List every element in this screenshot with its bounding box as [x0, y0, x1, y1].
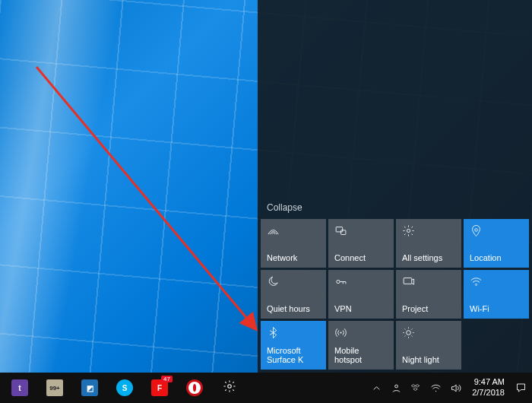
taskbar-app-twitch[interactable]: t	[3, 373, 36, 403]
tray-dropbox-icon[interactable]	[407, 373, 425, 403]
quick-action-tiles: Network Connect All settings Location	[261, 219, 529, 370]
tray-wifi-icon[interactable]	[426, 373, 445, 403]
clock-time: 9:47 AM	[472, 377, 505, 388]
taskbar: t 99+ ◩ S F 47 9:47 AM	[0, 373, 532, 403]
system-tray: 9:47 AM 2/7/2018	[367, 373, 529, 403]
svg-point-9	[407, 330, 411, 335]
tile-mobile-hotspot[interactable]: Mobile hotspot	[328, 321, 394, 370]
taskbar-app-settings[interactable]	[213, 373, 246, 403]
tile-all-settings[interactable]: All settings	[396, 219, 461, 268]
tile-quiet-hours[interactable]: Quiet hours	[261, 270, 326, 319]
tile-label: Night light	[402, 355, 455, 365]
tile-bluetooth[interactable]: Microsoft Surface K	[261, 321, 326, 370]
photos-icon: ◩	[81, 379, 98, 396]
tile-network[interactable]: Network	[261, 219, 326, 268]
action-center-panel: Collapse Network Connect All settings	[258, 0, 532, 373]
folder-badge: 99+	[49, 385, 60, 392]
twitch-icon: t	[11, 379, 28, 396]
svg-point-3	[407, 229, 410, 232]
tile-label: Connect	[334, 253, 388, 263]
svg-point-5	[337, 280, 340, 283]
clock-date: 2/7/2018	[472, 388, 505, 398]
tile-label: Microsoft Surface K	[267, 346, 320, 365]
tile-wifi[interactable]: Wi-Fi	[464, 270, 529, 319]
collapse-button[interactable]: Collapse	[261, 198, 529, 219]
project-icon	[402, 274, 455, 288]
svg-point-12	[435, 390, 436, 391]
gear-icon	[402, 224, 455, 237]
svg-point-4	[475, 228, 478, 231]
mail-badge: 47	[161, 376, 173, 382]
sun-icon	[402, 325, 455, 339]
location-icon	[470, 224, 523, 237]
folder-icon: 99+	[46, 379, 63, 396]
tile-label: VPN	[334, 304, 388, 314]
taskbar-app-opera[interactable]	[178, 373, 211, 403]
vpn-icon	[334, 274, 388, 288]
taskbar-app-skype[interactable]: S	[108, 373, 141, 403]
taskbar-app-mail[interactable]: F 47	[143, 373, 176, 403]
skype-icon: S	[116, 379, 133, 396]
taskbar-apps: t 99+ ◩ S F 47	[3, 373, 246, 403]
svg-point-10	[228, 385, 232, 389]
taskbar-app-photos[interactable]: ◩	[73, 373, 106, 403]
tile-label: Mobile hotspot	[334, 346, 388, 365]
bluetooth-icon	[267, 325, 320, 339]
tray-volume-icon[interactable]	[446, 373, 464, 403]
svg-point-11	[394, 385, 397, 388]
tile-label: All settings	[402, 253, 455, 263]
tile-label: Network	[267, 253, 320, 263]
opera-icon	[186, 379, 203, 396]
network-icon	[267, 224, 320, 237]
screen: Collapse Network Connect All settings	[0, 0, 532, 403]
connect-icon	[334, 224, 388, 237]
tile-label: Project	[402, 304, 455, 314]
tile-label: Location	[470, 253, 523, 263]
svg-point-8	[340, 332, 341, 333]
svg-rect-6	[404, 278, 412, 284]
svg-rect-1	[336, 227, 343, 231]
action-center-button[interactable]	[512, 373, 529, 403]
tile-label: Wi-Fi	[470, 304, 523, 314]
tile-night-light[interactable]: Night light	[396, 321, 461, 370]
tile-label: Quiet hours	[267, 304, 320, 314]
taskbar-app-file-explorer[interactable]: 99+	[38, 373, 71, 403]
svg-point-7	[476, 284, 477, 285]
gear-icon	[223, 379, 236, 396]
wifi-icon	[470, 274, 523, 288]
tray-chevron-up-icon[interactable]	[367, 373, 385, 403]
tile-connect[interactable]: Connect	[328, 219, 394, 268]
tile-vpn[interactable]: VPN	[328, 270, 394, 319]
hotspot-icon	[334, 325, 388, 339]
system-clock[interactable]: 9:47 AM 2/7/2018	[466, 377, 511, 398]
tile-project[interactable]: Project	[396, 270, 461, 319]
tile-location[interactable]: Location	[464, 219, 529, 268]
svg-rect-2	[341, 230, 346, 234]
tray-people-icon[interactable]	[387, 373, 405, 403]
moon-icon	[267, 274, 320, 288]
